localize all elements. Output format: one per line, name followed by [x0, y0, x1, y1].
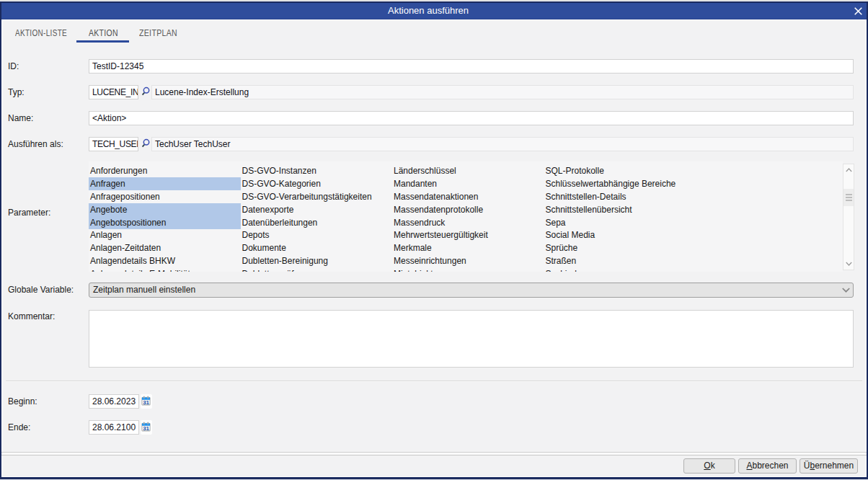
svg-text:31: 31	[143, 399, 149, 406]
svg-text:31: 31	[143, 425, 149, 432]
